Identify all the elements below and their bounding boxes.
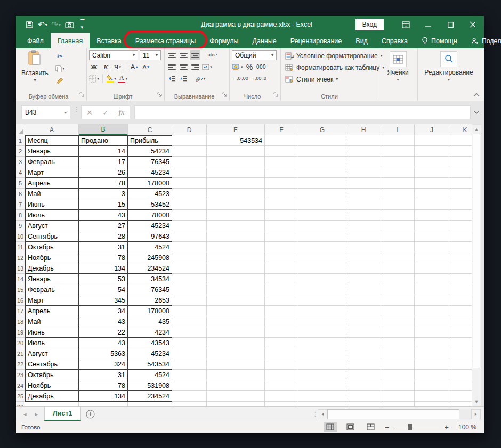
- cell-G16[interactable]: [298, 295, 346, 306]
- cell-D21[interactable]: [172, 348, 207, 359]
- cell-D12[interactable]: [172, 252, 207, 263]
- ribbon-display-options-icon[interactable]: [394, 16, 417, 33]
- cell-A1[interactable]: Месяц: [25, 135, 79, 146]
- cell-F8[interactable]: [265, 210, 298, 221]
- cell-E26[interactable]: [207, 402, 265, 406]
- cell-G8[interactable]: [298, 210, 346, 221]
- cell-K6[interactable]: [449, 189, 472, 199]
- cell-K4[interactable]: [449, 167, 472, 178]
- align-top-icon[interactable]: [167, 50, 177, 60]
- row-header-8[interactable]: 8: [16, 210, 25, 221]
- cell-E6[interactable]: [207, 189, 265, 199]
- cell-C4[interactable]: 45234: [128, 167, 172, 178]
- align-right-icon[interactable]: [190, 62, 200, 72]
- row-header-22[interactable]: 22: [16, 359, 25, 370]
- cell-H25[interactable]: [346, 391, 381, 402]
- column-header-J[interactable]: J: [415, 124, 449, 135]
- cell-J19[interactable]: [415, 327, 449, 338]
- underline-button[interactable]: Ч▾: [112, 62, 123, 72]
- cell-K22[interactable]: [449, 359, 472, 370]
- cell-H1[interactable]: [346, 135, 381, 146]
- cell-H21[interactable]: [346, 348, 381, 359]
- merge-center-icon[interactable]: ▾: [202, 62, 212, 72]
- cell-E14[interactable]: [207, 274, 265, 284]
- cell-B15[interactable]: 54: [79, 284, 128, 295]
- cell-E19[interactable]: [207, 327, 265, 338]
- cell-D20[interactable]: [172, 338, 207, 348]
- cell-C25[interactable]: 234524: [128, 391, 172, 402]
- cell-G23[interactable]: [298, 370, 346, 380]
- cell-D19[interactable]: [172, 327, 207, 338]
- cell-G14[interactable]: [298, 274, 346, 284]
- cell-A26[interactable]: [25, 402, 79, 406]
- cell-A19[interactable]: Июнь: [25, 327, 79, 338]
- row-header-19[interactable]: 19: [16, 327, 25, 338]
- row-header-10[interactable]: 10: [16, 231, 25, 242]
- cell-J2[interactable]: [415, 146, 449, 157]
- cell-H24[interactable]: [346, 380, 381, 391]
- cell-D3[interactable]: [172, 157, 207, 167]
- scrollbar-resize-handle[interactable]: ⋮: [312, 413, 318, 416]
- cell-A12[interactable]: Ноябрь: [25, 252, 79, 263]
- cell-K1[interactable]: [449, 135, 472, 146]
- row-header-4[interactable]: 4: [16, 167, 25, 178]
- cell-K11[interactable]: [449, 242, 472, 252]
- scroll-up-icon[interactable]: ▲: [472, 125, 481, 134]
- cell-J6[interactable]: [415, 189, 449, 199]
- cell-B3[interactable]: 17: [79, 157, 128, 167]
- cell-J11[interactable]: [415, 242, 449, 252]
- cell-J12[interactable]: [415, 252, 449, 263]
- cell-C1[interactable]: Прибыль: [128, 135, 172, 146]
- cell-I16[interactable]: [381, 295, 415, 306]
- cell-J17[interactable]: [415, 306, 449, 316]
- cell-K16[interactable]: [449, 295, 472, 306]
- paste-button[interactable]: Вставить ▾: [18, 50, 52, 92]
- column-header-B[interactable]: B: [79, 124, 128, 135]
- cell-F17[interactable]: [265, 306, 298, 316]
- cut-icon[interactable]: ✂: [55, 51, 65, 61]
- cell-A25[interactable]: Декабрь: [25, 391, 79, 402]
- cell-A3[interactable]: Февраль: [25, 157, 79, 167]
- tab-page-layout[interactable]: Разметка страницы: [128, 33, 203, 48]
- cell-I22[interactable]: [381, 359, 415, 370]
- cell-K18[interactable]: [449, 316, 472, 327]
- cell-B9[interactable]: 27: [79, 221, 128, 231]
- add-sheet-icon[interactable]: [81, 407, 100, 421]
- cell-G26[interactable]: [298, 402, 346, 406]
- cell-E21[interactable]: [207, 348, 265, 359]
- formula-input[interactable]: [134, 105, 471, 119]
- cell-G25[interactable]: [298, 391, 346, 402]
- cell-D7[interactable]: [172, 199, 207, 210]
- cell-I2[interactable]: [381, 146, 415, 157]
- cell-H2[interactable]: [346, 146, 381, 157]
- view-page-break-icon[interactable]: [365, 422, 377, 432]
- cell-A7[interactable]: Июнь: [25, 199, 79, 210]
- sheet-next-icon[interactable]: ▸: [35, 411, 38, 418]
- cell-A16[interactable]: Март: [25, 295, 79, 306]
- row-header-20[interactable]: 20: [16, 338, 25, 348]
- enter-icon[interactable]: ✓: [98, 109, 114, 117]
- scroll-right-icon[interactable]: ▸: [471, 409, 481, 419]
- cell-C20[interactable]: 43543: [128, 338, 172, 348]
- percent-style-icon[interactable]: %: [245, 62, 255, 72]
- conditional-formatting-button[interactable]: ⇄ Условное форматирование ▾: [285, 50, 384, 61]
- cell-F22[interactable]: [265, 359, 298, 370]
- cell-B18[interactable]: 43: [79, 316, 128, 327]
- cell-G15[interactable]: [298, 284, 346, 295]
- cell-F4[interactable]: [265, 167, 298, 178]
- cell-I3[interactable]: [381, 157, 415, 167]
- cell-D16[interactable]: [172, 295, 207, 306]
- cell-F3[interactable]: [265, 157, 298, 167]
- cell-F20[interactable]: [265, 338, 298, 348]
- cell-K3[interactable]: [449, 157, 472, 167]
- cell-I6[interactable]: [381, 189, 415, 199]
- row-header-26[interactable]: 26: [16, 402, 25, 406]
- undo-button[interactable]: ↶▾: [37, 19, 49, 30]
- cell-A10[interactable]: Сентябрь: [25, 231, 79, 242]
- tab-insert[interactable]: Вставка: [90, 33, 128, 48]
- cell-J24[interactable]: [415, 380, 449, 391]
- cell-G7[interactable]: [298, 199, 346, 210]
- cell-A23[interactable]: Октябрь: [25, 370, 79, 380]
- column-header-E[interactable]: E: [207, 124, 265, 135]
- clipboard-dialog-launcher-icon[interactable]: [79, 91, 84, 99]
